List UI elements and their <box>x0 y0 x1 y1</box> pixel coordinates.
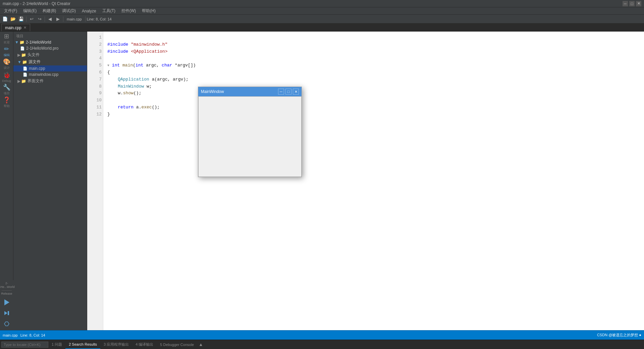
bottom-tab-compile-output[interactable]: 4 编译输出 <box>132 340 157 349</box>
maximize-button[interactable]: □ <box>629 1 635 6</box>
tree-item-mainwindow-cpp[interactable]: 📄 mainwindow.cpp <box>13 71 87 78</box>
title-text: main.cpp - 2-1HelloWorld - Qt Creator <box>3 1 70 6</box>
svg-marker-0 <box>4 311 7 315</box>
bottom-tab-issues[interactable]: 1 问题 <box>48 340 65 349</box>
undo-button[interactable]: ↩ <box>28 15 35 23</box>
file-tree-panel: 项目 ▼ 📁 2-1HelloWorld 📄 2-1HelloWorld.pro… <box>13 32 87 330</box>
csdn-label: CSDN @被遗忘之的梦想 ● <box>597 333 641 337</box>
welcome-icon: ⊞ <box>4 33 9 40</box>
debug-icon: 🐞 <box>3 71 10 79</box>
status-right: CSDN @被遗忘之的梦想 ● <box>597 333 641 338</box>
tab-bar: main.cpp ✕ <box>0 23 644 32</box>
tree-item-main-cpp[interactable]: 📄 main.cpp <box>13 65 87 71</box>
folder-open-icon: ▼ <box>15 40 19 45</box>
menu-item-h[interactable]: 帮助(H) <box>139 7 158 14</box>
menu-item-w[interactable]: 控件(W) <box>119 7 139 14</box>
toolbar: 📄 📂 💾 ↩ ↪ ◀ ▶ main.cpp Line: 8, Col: 14 <box>0 15 644 23</box>
sidebar-help[interactable]: ❓ 帮助 <box>1 97 12 108</box>
svg-rect-1 <box>8 311 9 315</box>
help-icon: ❓ <box>3 96 10 104</box>
menu-bar: 文件(F)编辑(E)构建(B)调试(D)Analyze工具(T)控件(W)帮助(… <box>0 7 644 15</box>
mainwindow-minimize[interactable]: ─ <box>278 89 284 95</box>
run-icon <box>4 299 9 305</box>
mainwindow-body <box>198 96 302 177</box>
stop-icon <box>4 321 9 327</box>
status-line-col: Line: 8, Col: 14 <box>20 333 45 337</box>
folder-closed-icon-1: ▶ <box>17 53 20 57</box>
sidebar-design[interactable]: 🎨 设计 <box>1 58 12 70</box>
cpp-file-icon-2: 📄 <box>23 72 28 77</box>
status-file: main.cpp <box>3 333 18 337</box>
main-layout: ⊞ 欢迎 ✏ 编辑 🎨 设计 🐞 Debug 🔧 项目 ❓ 帮助 项目 ▼ 📁 <box>0 32 644 330</box>
title-controls: ─ □ ✕ <box>623 1 641 6</box>
mainwindow-controls: ─ □ ✕ <box>278 89 299 95</box>
toolbar-separator-2 <box>45 16 45 22</box>
edit-icon: ✏ <box>4 45 9 53</box>
menu-item-e[interactable]: 编辑(E) <box>20 7 39 14</box>
mainwindow-close[interactable]: ✕ <box>293 89 299 95</box>
folder-open-icon-2: ▼ <box>17 60 21 64</box>
mainwindow-title-text: MainWindow <box>201 89 224 94</box>
divider <box>2 290 12 291</box>
next-button[interactable]: ▶ <box>54 15 62 23</box>
locate-search-input[interactable] <box>1 342 48 348</box>
code-content[interactable]: #include "mainwindow.h" #include <QAppli… <box>103 32 644 330</box>
stop-button[interactable] <box>2 319 12 329</box>
sidebar-project[interactable]: 🔧 项目 <box>1 84 12 95</box>
line-col-display: Line: 8, Col: 14 <box>87 17 112 21</box>
mainwindow-titlebar: MainWindow ─ □ ✕ <box>198 87 302 96</box>
cpp-file-icon: 📄 <box>23 66 28 71</box>
menu-item-t[interactable]: 工具(T) <box>100 7 118 14</box>
menu-item-analyze[interactable]: Analyze <box>79 8 99 14</box>
tree-item-sources[interactable]: ▼ 📁 源文件 <box>13 58 87 65</box>
toolbar-separator-3 <box>63 16 63 22</box>
tree-item-pro-file[interactable]: 📄 2-1HelloWorld.pro <box>13 45 87 51</box>
svg-marker-2 <box>4 322 9 326</box>
tree-item-headers[interactable]: ▶ 📁 头文件 <box>13 51 87 58</box>
project-name-label: 2-1HelloWorld <box>26 40 51 45</box>
step-icon <box>4 310 9 316</box>
save-button[interactable]: 💾 <box>17 15 25 23</box>
folder-closed-icon-3: ▶ <box>17 79 20 84</box>
sidebar-edit[interactable]: ✏ 编辑 <box>1 46 12 57</box>
bottom-tab-app-output[interactable]: 3 应用程序输出 <box>100 340 132 349</box>
project-short-label: 2-1He...World <box>0 282 15 289</box>
menu-item-b[interactable]: 构建(B) <box>40 7 59 14</box>
run-button[interactable] <box>2 297 12 307</box>
tab-main-cpp[interactable]: main.cpp ✕ <box>1 24 30 31</box>
mainwindow-maximize[interactable]: □ <box>285 89 291 95</box>
tree-item-project[interactable]: ▼ 📁 2-1HelloWorld <box>13 39 87 45</box>
minimize-button[interactable]: ─ <box>623 1 628 6</box>
prev-button[interactable]: ◀ <box>46 15 54 23</box>
line-numbers: 1 2 3 4 5 6 7 8 9 10 11 12 <box>87 32 103 330</box>
open-file-button[interactable]: 📂 <box>9 15 17 23</box>
new-file-button[interactable]: 📄 <box>1 15 9 23</box>
tree-item-ui[interactable]: ▶ 📁 界面文件 <box>13 78 87 85</box>
bottom-tab-debugger-console[interactable]: 5 Debugger Console <box>157 340 197 349</box>
sidebar-welcome[interactable]: ⊞ 欢迎 <box>1 33 12 44</box>
title-bar: main.cpp - 2-1HelloWorld - Qt Creator ─ … <box>0 0 644 7</box>
bottom-tab-search-results[interactable]: 2 Search Results <box>65 340 100 349</box>
toolbar-separator-4 <box>85 16 86 22</box>
run-config-label: Release <box>1 292 12 295</box>
step-button[interactable] <box>2 308 12 318</box>
current-file-label: main.cpp <box>65 17 84 21</box>
menu-item-d[interactable]: 调试(D) <box>59 7 78 14</box>
run-area: 2-1He...World Release <box>0 280 13 330</box>
bottom-panel: 1 问题 2 Search Results 3 应用程序输出 4 编译输出 5 … <box>0 340 644 349</box>
sidebar-debug[interactable]: 🐞 Debug <box>1 71 12 83</box>
bottom-panel-toggle[interactable]: ▲ <box>199 342 203 347</box>
tab-close-icon[interactable]: ✕ <box>23 26 26 30</box>
file-tree-header: 项目 <box>13 33 87 39</box>
project-icon: 🔧 <box>3 84 10 91</box>
mainwindow-dialog: MainWindow ─ □ ✕ <box>198 87 302 177</box>
design-icon: 🎨 <box>3 58 10 65</box>
status-left: main.cpp Line: 8, Col: 14 <box>3 333 45 337</box>
close-button[interactable]: ✕ <box>636 1 641 6</box>
tab-label: main.cpp <box>5 26 21 30</box>
toolbar-separator-1 <box>26 16 26 22</box>
status-bar: main.cpp Line: 8, Col: 14 CSDN @被遗忘之的梦想 … <box>0 330 644 340</box>
redo-button[interactable]: ↪ <box>36 15 43 23</box>
code-editor[interactable]: 1 2 3 4 5 6 7 8 9 10 11 12 #include "mai… <box>87 32 644 330</box>
menu-item-f[interactable]: 文件(F) <box>1 7 20 14</box>
